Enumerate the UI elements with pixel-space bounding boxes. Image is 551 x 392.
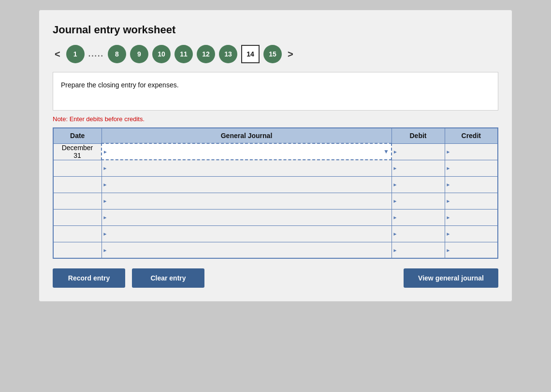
page-title: Journal entry worksheet [53, 24, 498, 36]
credit-cell-1[interactable]: ► [445, 143, 498, 160]
pagination: < 1.....89101112131415 > [53, 45, 498, 63]
gj-input-4[interactable] [102, 193, 382, 209]
dropdown-arrow-1: ▼ [383, 148, 389, 155]
credit-input-1[interactable] [445, 144, 491, 160]
credit-cell-4[interactable]: ► [445, 193, 498, 209]
instruction-box: Prepare the closing entry for expenses. [53, 72, 498, 111]
gj-input-3[interactable] [102, 177, 382, 193]
date-cell-3 [53, 176, 102, 193]
page-circle-13[interactable]: 13 [219, 45, 237, 63]
debit-cell-2[interactable]: ► [392, 160, 445, 176]
record-entry-button[interactable]: Record entry [53, 268, 125, 288]
col-header-debit: Debit [392, 128, 445, 143]
date-cell-5 [53, 209, 102, 225]
debit-input-1[interactable] [392, 144, 438, 160]
date-cell-7 [53, 242, 102, 258]
credit-input-7[interactable] [445, 242, 491, 258]
table-row: December31 ► ▼ ► ► [53, 143, 498, 160]
pagination-dots: ..... [88, 50, 104, 58]
debit-input-3[interactable] [392, 177, 438, 193]
page-current: 14 [241, 45, 260, 63]
instruction-text: Prepare the closing entry for expenses. [61, 81, 179, 89]
debit-input-7[interactable] [392, 242, 438, 258]
gj-input-1[interactable] [102, 144, 381, 159]
date-cell-6 [53, 225, 102, 242]
date-cell-4 [53, 193, 102, 209]
gj-input-6[interactable] [102, 226, 382, 242]
debit-input-6[interactable] [392, 226, 438, 242]
debit-cell-3[interactable]: ► [392, 176, 445, 193]
main-card: Journal entry worksheet < 1.....89101112… [39, 10, 512, 302]
debit-input-4[interactable] [392, 193, 438, 209]
table-row: ► ► ► [53, 176, 498, 193]
gj-cell-6[interactable]: ► [102, 225, 392, 242]
debit-cell-4[interactable]: ► [392, 193, 445, 209]
page-circle-15[interactable]: 15 [263, 45, 282, 63]
page-circle-9[interactable]: 9 [130, 45, 148, 63]
table-row: ► ► ► [53, 225, 498, 242]
credit-cell-2[interactable]: ► [445, 160, 498, 176]
credit-input-6[interactable] [445, 226, 491, 242]
gj-input-5[interactable] [102, 210, 382, 225]
col-header-date: Date [53, 128, 102, 143]
table-row: ► ► ► [53, 193, 498, 209]
credit-input-2[interactable] [445, 160, 491, 176]
page-circle-10[interactable]: 10 [152, 45, 171, 63]
page-circle-12[interactable]: 12 [197, 45, 215, 63]
gj-input-7[interactable] [102, 242, 382, 258]
col-header-credit: Credit [445, 128, 498, 143]
credit-input-3[interactable] [445, 177, 491, 193]
gj-cell-3[interactable]: ► [102, 176, 392, 193]
gj-input-2[interactable] [102, 160, 382, 176]
table-row: ► ► ► [53, 242, 498, 258]
page-numbers: 1.....89101112131415 [66, 45, 282, 63]
page-circle-8[interactable]: 8 [108, 45, 126, 63]
credit-cell-3[interactable]: ► [445, 176, 498, 193]
view-general-journal-button[interactable]: View general journal [404, 268, 498, 288]
date-cell-2 [53, 160, 102, 176]
page-circle-11[interactable]: 11 [174, 45, 193, 63]
gj-cell-4[interactable]: ► [102, 193, 392, 209]
debit-input-5[interactable] [392, 210, 438, 225]
debit-cell-6[interactable]: ► [392, 225, 445, 242]
credit-input-4[interactable] [445, 193, 491, 209]
journal-table: Date General Journal Debit Credit Decemb… [53, 127, 498, 259]
prev-button[interactable]: < [53, 49, 62, 60]
date-cell-1: December31 [53, 143, 102, 160]
gj-cell-2[interactable]: ► [102, 160, 392, 176]
gj-cell-5[interactable]: ► [102, 209, 392, 225]
next-button[interactable]: > [286, 49, 295, 60]
credit-input-5[interactable] [445, 210, 491, 225]
note-text: Note: Enter debits before credits. [53, 115, 498, 123]
credit-cell-6[interactable]: ► [445, 225, 498, 242]
table-row: ► ► ► [53, 209, 498, 225]
debit-cell-1[interactable]: ► [392, 143, 445, 160]
debit-cell-7[interactable]: ► [392, 242, 445, 258]
debit-cell-5[interactable]: ► [392, 209, 445, 225]
table-row: ► ► ► [53, 160, 498, 176]
col-header-gj: General Journal [102, 128, 392, 143]
buttons-row: Record entry Clear entry View general jo… [53, 268, 498, 288]
clear-entry-button[interactable]: Clear entry [132, 268, 204, 288]
gj-cell-7[interactable]: ► [102, 242, 392, 258]
credit-cell-5[interactable]: ► [445, 209, 498, 225]
credit-cell-7[interactable]: ► [445, 242, 498, 258]
gj-cell-1[interactable]: ► ▼ [102, 143, 392, 160]
debit-input-2[interactable] [392, 160, 438, 176]
page-circle-1[interactable]: 1 [66, 45, 85, 63]
